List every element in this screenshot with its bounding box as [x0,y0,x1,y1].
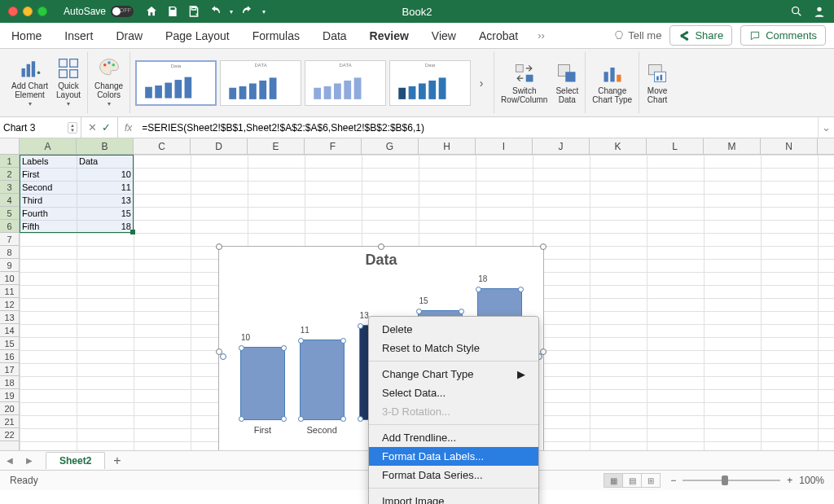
ctx-import-image[interactable]: Import Image [369,492,538,504]
chart-bar[interactable]: 11 Second [300,340,345,435]
cell[interactable]: 10 [77,168,134,181]
chevron-down-icon[interactable]: ▾ [230,8,233,15]
cell[interactable]: 15 [77,207,134,220]
view-normal-icon[interactable]: ▦ [604,473,623,488]
chart-style-4[interactable]: Data [389,60,471,106]
chevron-down-icon[interactable]: ▾ [262,8,266,15]
add-chart-element-button[interactable]: Add Chart Element ▾ [11,57,48,108]
row-header[interactable]: 22 [0,428,19,441]
data-label[interactable]: 11 [301,326,309,335]
chart-style-3[interactable]: DATA [305,60,386,106]
column-header[interactable]: M [704,138,761,154]
tab-page-layout[interactable]: Page Layout [162,29,233,42]
row-header[interactable]: 15 [0,337,19,350]
sheet-prev-icon[interactable]: ◀ [0,456,20,465]
column-header[interactable]: E [248,138,305,154]
styles-next[interactable]: › [474,77,489,90]
tab-acrobat[interactable]: Acrobat [476,29,521,42]
row-header[interactable]: 20 [0,402,19,415]
tab-insert[interactable]: Insert [61,29,96,42]
row-header[interactable]: 8 [0,246,19,259]
select-all-corner[interactable] [0,138,20,154]
data-label[interactable]: 18 [478,274,487,283]
switch-row-column-button[interactable]: Switch Row/Column [501,62,547,104]
chart-style-1[interactable]: Data [135,60,217,106]
toggle-icon[interactable]: OFF [111,6,134,17]
column-header[interactable]: J [533,138,590,154]
home-icon[interactable] [145,5,158,18]
row-header[interactable]: 18 [0,376,19,389]
save-as-icon[interactable] [187,5,200,18]
row-header[interactable]: 5 [0,207,19,220]
row-header[interactable]: 21 [0,415,19,428]
share-button[interactable]: Share [669,25,732,46]
row-header[interactable]: 13 [0,311,19,324]
row-header[interactable]: 11 [0,285,19,298]
ctx-delete[interactable]: Delete [369,320,538,339]
cell[interactable]: 11 [77,181,134,194]
row-header[interactable]: 14 [0,324,19,337]
cell[interactable]: Labels [20,155,77,168]
formula-input[interactable]: =SERIES(Sheet2!$B$1,Sheet2!$A$2:$A$6,She… [138,117,818,138]
row-header[interactable]: 4 [0,194,19,207]
save-icon[interactable] [166,5,179,18]
comments-button[interactable]: Comments [740,25,826,46]
account-icon[interactable] [813,5,826,18]
cell[interactable]: 13 [77,194,134,207]
tab-review[interactable]: Review [367,29,412,42]
chart-bar[interactable]: 10 First [240,347,285,435]
view-page-layout-icon[interactable]: ▤ [622,473,642,488]
add-sheet-button[interactable]: + [105,454,129,468]
row-header[interactable]: 17 [0,363,19,376]
move-chart-button[interactable]: Move Chart [646,62,669,104]
row-header[interactable]: 3 [0,181,19,194]
redo-icon[interactable] [241,5,254,18]
column-header[interactable]: G [362,138,419,154]
column-header[interactable]: H [419,138,476,154]
ctx-format-data-series[interactable]: Format Data Series... [369,466,538,484]
change-colors-button[interactable]: Change Colors ▾ [94,57,123,108]
fx-icon[interactable]: fx [118,117,138,138]
column-header[interactable]: A [20,138,77,154]
row-header[interactable]: 9 [0,259,19,272]
change-chart-type-button[interactable]: Change Chart Type [592,62,632,104]
zoom-in-button[interactable]: + [787,475,792,486]
cancel-icon[interactable]: ✕ [88,121,97,134]
row-header[interactable]: 19 [0,389,19,402]
enter-icon[interactable]: ✓ [102,121,111,134]
minimize-icon[interactable] [23,7,33,16]
tab-home[interactable]: Home [8,29,45,42]
cell[interactable]: Data [77,155,134,168]
chart-style-2[interactable]: DATA [220,60,301,106]
column-header[interactable]: D [191,138,248,154]
row-header[interactable]: 12 [0,298,19,311]
cell[interactable]: 18 [77,220,134,233]
search-icon[interactable] [790,5,803,18]
row-header[interactable]: 2 [0,168,19,181]
ctx-add-trendline[interactable]: Add Trendline... [369,428,538,447]
tab-formulas[interactable]: Formulas [249,29,303,42]
quick-layout-button[interactable]: Quick Layout ▾ [56,57,81,108]
ctx-select-data[interactable]: Select Data... [369,383,538,402]
zoom-slider[interactable] [683,480,780,481]
ctx-change-chart-type[interactable]: Change Chart Type▶ [369,365,538,383]
tab-draw[interactable]: Draw [112,29,146,42]
tell-me-search[interactable]: Tell me [613,29,661,42]
chart-title[interactable]: Data [219,247,543,272]
chevron-down-icon[interactable]: ⌄ [818,117,834,138]
ctx-reset[interactable]: Reset to Match Style [369,339,538,357]
ctx-format-data-labels[interactable]: Format Data Labels... [369,447,538,466]
column-header[interactable]: K [590,138,647,154]
overflow-icon[interactable]: ›› [538,29,545,42]
tab-data[interactable]: Data [319,29,350,42]
stepper-icon[interactable]: ▲▼ [68,122,77,134]
column-header[interactable]: C [134,138,191,154]
row-header[interactable]: 1 [0,155,19,168]
tab-view[interactable]: View [428,29,459,42]
data-label[interactable]: 10 [241,333,250,342]
cell[interactable]: Fourth [20,207,77,220]
cell[interactable]: Second [20,181,77,194]
autosave-toggle[interactable]: AutoSave OFF [64,6,134,17]
cell[interactable]: First [20,168,77,181]
close-icon[interactable] [8,7,18,16]
